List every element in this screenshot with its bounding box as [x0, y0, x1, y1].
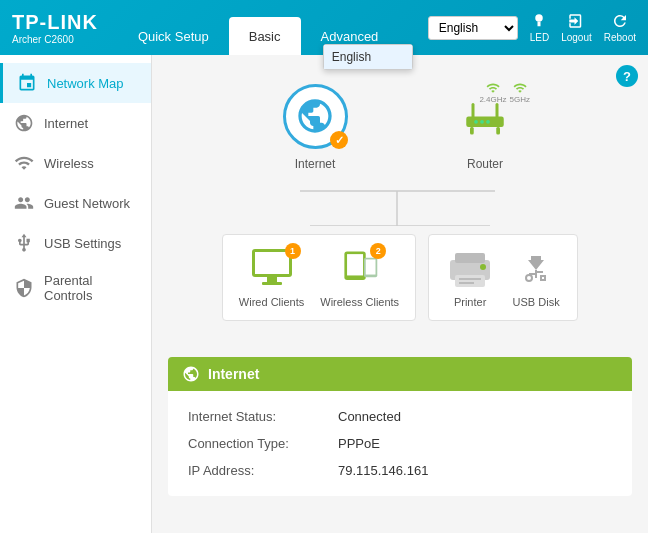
svg-rect-24	[455, 275, 485, 287]
info-row-type: Connection Type: PPPoE	[188, 430, 612, 457]
wireless-clients-badge: 2	[370, 243, 386, 259]
main-layout: Network Map Internet Wireless Guest Netw…	[0, 55, 648, 533]
peripheral-box: Printer USB Disk	[428, 234, 578, 321]
svg-rect-32	[541, 276, 545, 280]
connection-lines	[210, 181, 590, 226]
led-button[interactable]: LED	[530, 12, 549, 43]
logo-model: Archer C2600	[12, 34, 98, 45]
language-selector-wrap: English English	[428, 16, 518, 40]
router-icon-wrap: 2.4GHz 5GHz	[450, 81, 520, 151]
sidebar-item-network-map[interactable]: Network Map	[0, 63, 151, 103]
internet-node: ✓ Internet	[280, 81, 350, 171]
svg-rect-23	[455, 253, 485, 263]
sidebar-item-wireless[interactable]: Wireless	[0, 143, 151, 183]
sidebar-label-usb-settings: USB Settings	[44, 236, 121, 251]
wired-clients-icon-wrap: 1	[247, 247, 297, 290]
lang-option-english[interactable]: English	[324, 45, 412, 69]
info-val-ip: 79.115.146.161	[338, 463, 428, 478]
logo-tp: TP-LINK	[12, 11, 98, 34]
svg-rect-25	[459, 278, 481, 280]
router-label: Router	[467, 157, 503, 171]
wifi-24ghz-badge: 2.4GHz	[479, 81, 506, 104]
connected-badge: ✓	[330, 131, 348, 149]
top-devices-row: ✓ Internet	[280, 81, 520, 171]
globe-icon	[295, 96, 335, 136]
info-section-title: Internet	[208, 366, 259, 382]
wireless-clients-label: Wireless Clients	[320, 296, 399, 308]
printer-node: Printer	[445, 248, 495, 308]
info-section-body: Internet Status: Connected Connection Ty…	[168, 391, 632, 496]
logout-button[interactable]: Logout	[561, 12, 592, 43]
internet-label: Internet	[295, 157, 336, 171]
info-row-ip: IP Address: 79.115.146.161	[188, 457, 612, 484]
wifi-5ghz-label: 5GHz	[510, 95, 530, 104]
wifi-24ghz-label: 2.4GHz	[479, 95, 506, 104]
usb-disk-node: USB Disk	[511, 248, 561, 308]
svg-rect-3	[472, 103, 475, 118]
language-dropdown: English	[323, 44, 413, 70]
sidebar-label-parental-controls: Parental Controls	[44, 273, 137, 303]
sidebar-item-internet[interactable]: Internet	[0, 103, 151, 143]
header-right: English English LED Logout Reboot	[428, 12, 636, 43]
content-area: ? ✓ Internet	[152, 55, 648, 533]
sidebar-label-network-map: Network Map	[47, 76, 124, 91]
usb-disk-label: USB Disk	[513, 296, 560, 308]
info-globe-icon	[182, 365, 200, 383]
svg-rect-16	[267, 277, 277, 282]
reboot-button[interactable]: Reboot	[604, 12, 636, 43]
svg-rect-1	[538, 22, 541, 27]
sidebar-item-usb-settings[interactable]: USB Settings	[0, 223, 151, 263]
info-row-status: Internet Status: Connected	[188, 403, 612, 430]
internet-icon-wrap: ✓	[280, 81, 350, 151]
wifi-5ghz-badge: 5GHz	[510, 81, 530, 104]
info-section-header: Internet	[168, 357, 632, 391]
client-box: 1 Wired Clients	[222, 234, 416, 321]
printer-label: Printer	[454, 296, 486, 308]
svg-rect-2	[466, 116, 504, 127]
wired-clients-label: Wired Clients	[239, 296, 304, 308]
help-button[interactable]: ?	[616, 65, 638, 87]
logout-label: Logout	[561, 32, 592, 43]
svg-point-9	[486, 119, 490, 123]
svg-rect-19	[347, 254, 363, 275]
wired-clients-node: 1 Wired Clients	[239, 247, 304, 308]
logo-area: TP-LINK Archer C2600	[12, 11, 98, 45]
svg-point-8	[480, 119, 484, 123]
info-key-status: Internet Status:	[188, 409, 338, 424]
router-node: 2.4GHz 5GHz Router	[450, 81, 520, 171]
svg-rect-5	[470, 127, 474, 135]
info-key-type: Connection Type:	[188, 436, 338, 451]
wifi-badges: 2.4GHz 5GHz	[479, 81, 530, 104]
svg-point-27	[480, 264, 486, 270]
svg-rect-21	[366, 259, 376, 274]
led-label: LED	[530, 32, 549, 43]
svg-rect-15	[255, 252, 289, 274]
printer-icon	[445, 248, 495, 290]
language-select[interactable]: English	[428, 16, 518, 40]
svg-point-7	[474, 119, 478, 123]
tab-basic[interactable]: Basic	[229, 17, 301, 55]
svg-rect-4	[496, 103, 499, 118]
wireless-clients-node: 2 Wireless Clients	[320, 247, 399, 308]
sidebar-label-wireless: Wireless	[44, 156, 94, 171]
bottom-devices-row: 1 Wired Clients	[222, 234, 578, 321]
svg-rect-26	[459, 282, 474, 284]
internet-info-section: Internet Internet Status: Connected Conn…	[168, 357, 632, 496]
svg-point-30	[526, 275, 532, 281]
network-map-diagram: ✓ Internet	[168, 71, 632, 341]
info-key-ip: IP Address:	[188, 463, 338, 478]
sidebar-label-guest-network: Guest Network	[44, 196, 130, 211]
svg-rect-6	[496, 127, 500, 135]
sidebar-item-parental-controls[interactable]: Parental Controls	[0, 263, 151, 313]
info-val-status: Connected	[338, 409, 401, 424]
header: TP-LINK Archer C2600 Quick Setup Basic A…	[0, 0, 648, 55]
sidebar: Network Map Internet Wireless Guest Netw…	[0, 55, 152, 533]
reboot-label: Reboot	[604, 32, 636, 43]
usb-disk-icon	[511, 248, 561, 290]
tab-quick-setup[interactable]: Quick Setup	[118, 17, 229, 55]
wireless-clients-icon-wrap: 2	[337, 247, 382, 290]
info-val-type: PPPoE	[338, 436, 380, 451]
svg-rect-17	[262, 282, 282, 285]
sidebar-item-guest-network[interactable]: Guest Network	[0, 183, 151, 223]
wired-clients-badge: 1	[285, 243, 301, 259]
